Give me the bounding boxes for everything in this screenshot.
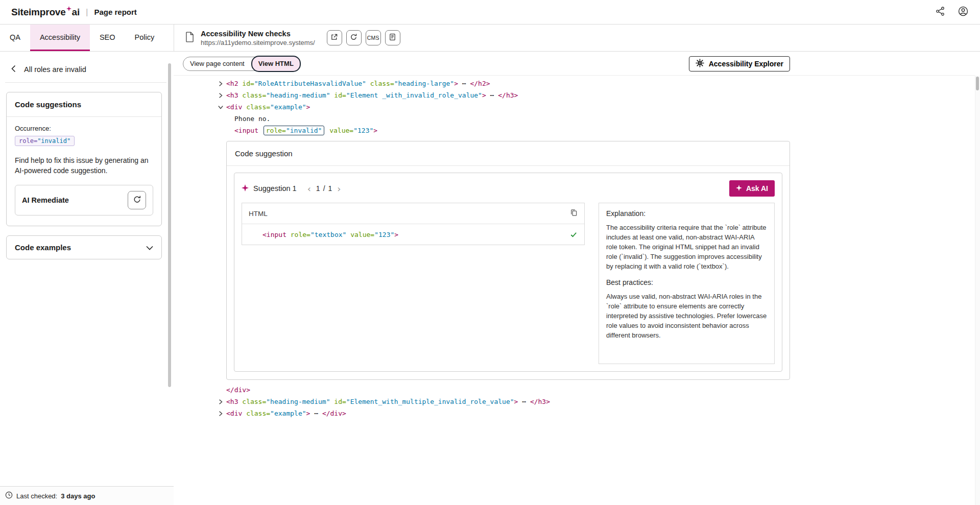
copy-code-button[interactable]	[570, 209, 578, 218]
code-token-tag: </h3>	[498, 91, 518, 99]
siteimprove-logo[interactable]: Siteimprove ai	[11, 7, 80, 18]
explanation-body: The accessibility criteria require that …	[606, 223, 767, 271]
share-icon	[935, 6, 945, 18]
page-source-button[interactable]	[385, 30, 400, 45]
view-html-tab[interactable]: View HTML	[251, 56, 301, 72]
code-token-tag: >	[454, 80, 458, 87]
code-token-plain	[286, 231, 291, 238]
code-token-val: "Element_with_multiple_invalid_role_valu…	[346, 398, 514, 405]
previous-suggestion-button[interactable]: ‹	[304, 183, 315, 194]
expand-arrow-icon[interactable]	[218, 411, 226, 416]
suggestion-page-total: 1	[328, 184, 332, 193]
regenerate-suggestion-button[interactable]	[128, 191, 146, 209]
code-token-val: "123"	[353, 127, 373, 134]
tab-accessibility[interactable]: Accessibility	[30, 25, 90, 51]
ai-remediate-box: AI Remediate	[15, 185, 153, 215]
open-page-button[interactable]	[327, 30, 342, 45]
suggestion-label: Suggestion 1	[253, 184, 297, 193]
code-token-tag: </div>	[322, 410, 346, 417]
code-line: <div class="example"> ⋯ </div>	[174, 407, 975, 419]
code-text: <div class="example"> ⋯ </div>	[226, 410, 346, 417]
code-token-plain	[242, 410, 246, 417]
code-token-tag: <input	[262, 231, 286, 238]
code-token-tag: <h2	[226, 80, 238, 87]
expand-arrow-icon[interactable]	[218, 81, 226, 86]
tab-policy-label: Policy	[135, 33, 155, 41]
explorer-wheel-icon	[696, 59, 704, 69]
code-token-plain	[258, 127, 262, 134]
next-suggestion-button[interactable]: ›	[333, 183, 344, 194]
sidebar-scrollbar[interactable]	[168, 63, 171, 387]
suggestion-diamond-icon	[242, 184, 249, 193]
code-token-attr: value=	[350, 231, 374, 238]
tab-seo[interactable]: SEO	[90, 25, 125, 51]
best-practices-body: Always use valid, non-abstract WAI-ARIA …	[606, 292, 767, 340]
code-line: Phone no.	[174, 113, 975, 125]
ai-remediate-label: AI Remediate	[22, 196, 69, 204]
page-report-title: Page report	[94, 8, 136, 16]
issue-title: All roles are invalid	[24, 65, 86, 74]
checked-page-url: https://a11ydemo.siteimprove.systems/	[201, 39, 315, 46]
tab-qa-label: QA	[10, 33, 20, 41]
code-token-plain	[242, 103, 246, 111]
code-token-val: "heading-large"	[394, 80, 454, 87]
page-source-icon	[389, 33, 396, 42]
page-info: Accessibility New checks https://a11ydem…	[174, 25, 400, 51]
tab-qa[interactable]: QA	[0, 25, 30, 51]
code-line: <h2 id="RoleAttributeHasvalidValue" clas…	[174, 78, 975, 89]
account-icon	[958, 6, 969, 18]
code-token-val: "RoleAttributeHasvalidValue"	[254, 80, 366, 87]
sparkle-icon	[66, 3, 71, 14]
recheck-page-button[interactable]	[346, 30, 362, 45]
code-line: </div>	[174, 384, 975, 396]
suggestion-page-separator: /	[323, 184, 325, 193]
code-token-tag: </div>	[226, 386, 250, 394]
logo-brand: Siteimprove	[11, 7, 66, 18]
code-token-tag: >	[373, 127, 377, 134]
code-examples-toggle[interactable]: Code examples	[6, 235, 162, 259]
share-button[interactable]	[935, 6, 945, 18]
suggestion-page-current: 1	[316, 184, 320, 193]
expand-arrow-icon[interactable]	[218, 399, 226, 404]
code-token-plain	[366, 80, 370, 87]
page-scrollbar-thumb[interactable]	[976, 77, 979, 90]
tab-policy[interactable]: Policy	[125, 25, 164, 51]
expand-arrow-icon[interactable]	[218, 93, 226, 98]
page-scrollbar[interactable]	[975, 76, 980, 505]
code-token-attr: value=	[329, 127, 353, 134]
code-token-attr: role=	[291, 231, 310, 238]
code-text: </div>	[226, 386, 250, 394]
code-token-dots: ⋯	[518, 398, 530, 405]
ask-ai-button[interactable]: Ask AI	[729, 180, 775, 197]
back-chevron-icon	[11, 65, 16, 74]
code-token-val: "example"	[270, 103, 306, 111]
code-line: <h3 class="heading-medium" id="Element_w…	[174, 396, 975, 407]
copy-icon	[570, 209, 578, 218]
code-text: Phone no.	[226, 115, 270, 123]
code-lines-after: </div><h3 class="heading-medium" id="Ele…	[174, 384, 975, 419]
last-checked-value: 3 days ago	[61, 492, 95, 500]
occurrence-value: "invalid"	[37, 137, 70, 145]
header-separator: |	[86, 7, 88, 17]
code-token-dots: ⋯	[486, 91, 498, 99]
tab-seo-label: SEO	[100, 33, 115, 41]
back-to-issue-button[interactable]: All roles are invalid	[5, 58, 166, 83]
code-token-attr: id=	[334, 91, 346, 99]
ai-sparkle-icon	[736, 184, 742, 193]
clock-icon	[5, 491, 13, 500]
code-token-dots: ⋯	[310, 410, 322, 417]
code-text: <h3 class="heading-medium" id="Element_w…	[226, 398, 550, 405]
code-token-val: "123"	[374, 231, 394, 238]
account-button[interactable]	[958, 6, 969, 18]
code-line: <div class="example">	[174, 101, 975, 113]
content-toolbar: View page content View HTML Accessibilit…	[174, 52, 975, 76]
cms-button[interactable]: CMS	[366, 30, 381, 45]
accessibility-explorer-button[interactable]: Accessibility Explorer	[689, 56, 790, 71]
collapse-arrow-icon[interactable]	[218, 105, 226, 110]
code-line: <input role="invalid" value="123">	[174, 125, 975, 136]
explorer-label: Accessibility Explorer	[709, 60, 783, 68]
view-html-label: View HTML	[258, 60, 294, 67]
code-token-attr: id=	[334, 398, 346, 405]
suggested-code-line: <input role="textbox" value="123">	[262, 231, 398, 238]
view-page-content-tab[interactable]: View page content	[183, 57, 251, 70]
